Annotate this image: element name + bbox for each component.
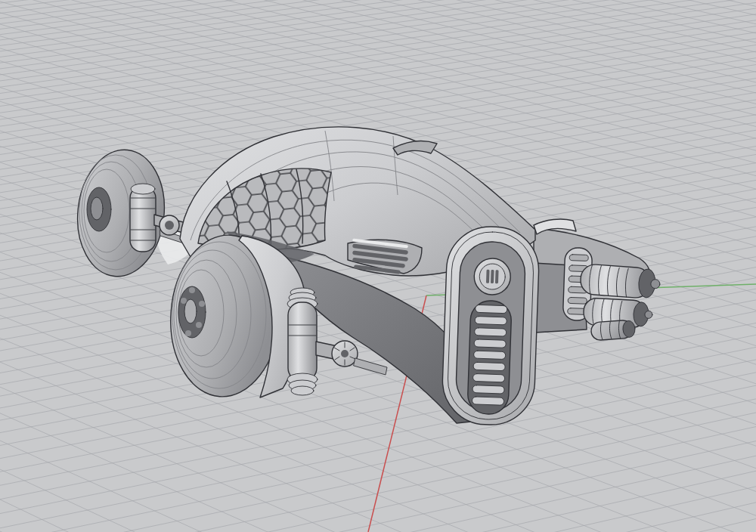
- joint-center: [341, 350, 349, 357]
- hub-cap: [91, 197, 103, 220]
- rear-grille-slat: [475, 316, 507, 324]
- hub-cap: [184, 299, 197, 323]
- rear-grille-slat: [475, 328, 507, 336]
- side-vents: [348, 239, 422, 274]
- fin-grille-slat: [568, 297, 587, 304]
- rear-grille-slat: [476, 305, 507, 313]
- rear-right-wing: [534, 228, 661, 341]
- rear-grille-slat: [474, 339, 506, 348]
- rear-frame: [441, 225, 540, 426]
- badge: [473, 258, 511, 295]
- knuckle-joint: [316, 341, 358, 367]
- fin-grille-slat: [569, 255, 588, 261]
- rear-grille-slat: [472, 385, 504, 394]
- front-left-wheel-assembly: [72, 146, 201, 281]
- rear-grille-slat: [472, 397, 503, 405]
- lower-link: [354, 358, 387, 375]
- pod-nub: [650, 279, 660, 289]
- ball-joint-center: [165, 221, 174, 230]
- cad-viewport[interactable]: Shaded wireframe 3D model of a four-whee…: [0, 0, 756, 532]
- viewport-canvas[interactable]: Shaded wireframe 3D model of a four-whee…: [0, 0, 756, 532]
- shock-cap: [131, 184, 155, 194]
- rear-grille-slat: [473, 351, 505, 359]
- rear-grille-slat: [472, 373, 504, 382]
- badge-emblem: [486, 270, 499, 284]
- thruster-pod-upper: [580, 264, 662, 299]
- shock-absorber: [130, 184, 156, 252]
- rear-grille-slat: [473, 362, 505, 370]
- pod-nub: [645, 311, 653, 319]
- roller-pod: [590, 320, 636, 341]
- rear-grille: [472, 305, 507, 405]
- damper: [287, 288, 318, 395]
